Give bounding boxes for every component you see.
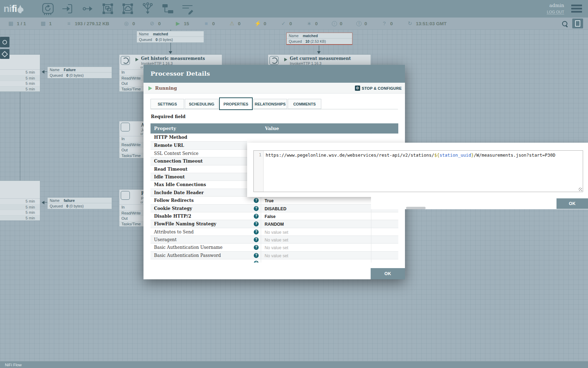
horizontal-scrollbar[interactable]: [406, 207, 426, 209]
property-row-partial[interactable]: ?: [150, 259, 398, 263]
property-value-cell[interactable]: DISABLED: [261, 205, 371, 212]
property-row-basic-authentication-password[interactable]: Basic Authentication Password?No value s…: [150, 251, 398, 259]
template-icon[interactable]: [161, 2, 174, 15]
connection-label-failure-top[interactable]: NameFailure Queued0 (0 bytes): [47, 67, 112, 79]
property-value-cell[interactable]: No value set: [261, 236, 371, 243]
tab-relationships[interactable]: RELATIONSHIPS: [253, 99, 287, 109]
status-item-up-to-date: ✓0: [280, 20, 292, 27]
editor-gutter: 1: [254, 151, 264, 192]
connection-line: [20, 92, 20, 180]
processor-card-partial-left-top[interactable]: 5 min5 min5 min5 min: [0, 54, 40, 92]
property-name: Basic Authentication Username: [154, 244, 223, 251]
property-value-cell[interactable]: No value set: [261, 228, 371, 236]
property-name: Basic Authentication Password: [154, 252, 221, 259]
property-value: RANDOM: [265, 222, 284, 227]
property-value-cell[interactable]: False: [261, 212, 371, 220]
property-name: Idle Timeout: [154, 173, 185, 181]
processor-class: or: [140, 200, 143, 204]
property-row-cookie-strategy[interactable]: Cookie Strategy?DISABLED: [150, 204, 398, 212]
app-header: nifi admin LOG OUT: [0, 0, 588, 18]
value-editor[interactable]: 1 https://www.pegelonline.wsv.de/webserv…: [253, 150, 583, 192]
stop-and-configure-button[interactable]: ⚙ STOP & CONFIGURE: [355, 83, 402, 94]
tab-properties[interactable]: PROPERTIES: [219, 97, 253, 110]
help-icon[interactable]: ?: [254, 230, 259, 234]
resize-handle[interactable]: [579, 188, 582, 191]
help-icon[interactable]: ?: [254, 198, 259, 203]
breadcrumb[interactable]: NiFi Flow: [0, 361, 588, 368]
output-port-icon[interactable]: [81, 2, 94, 15]
connection-label-matched-10[interactable]: Namematched Queued10 (2.53 KB): [286, 33, 352, 45]
dialog-header: Processor Details: [144, 65, 405, 83]
tab-scheduling[interactable]: SCHEDULING: [185, 99, 218, 109]
process-group-icon[interactable]: [101, 2, 114, 15]
status-item-refresh[interactable]: ↻13:51:03 GMT: [407, 20, 447, 27]
threads-icon: ▦: [8, 20, 14, 27]
processor-stat-row: 5 min: [0, 204, 40, 210]
processor-stat-row: 5 min: [0, 75, 40, 81]
help-icon[interactable]: ?: [254, 237, 259, 242]
processor-class: or: [140, 132, 143, 136]
running-icon: ▶: [175, 20, 181, 27]
help-icon[interactable]: ?: [254, 222, 259, 226]
property-value-cell[interactable]: RANDOM: [261, 220, 371, 227]
status-item-invalid: ⚠0: [229, 20, 241, 27]
dialog-tabs: SETTINGSSCHEDULINGPROPERTIESRELATIONSHIP…: [150, 99, 322, 110]
status-value: 0: [289, 21, 292, 26]
property-value-cell[interactable]: True: [261, 197, 371, 204]
help-icon[interactable]: ?: [254, 214, 259, 219]
connection-label-matched-0[interactable]: Namematched Queued0 (0 bytes): [136, 31, 204, 43]
property-value-cell[interactable]: No value set: [261, 252, 371, 259]
property-row-disable-http-2[interactable]: Disable HTTP/2?False: [150, 212, 398, 220]
funnel-icon[interactable]: [141, 2, 154, 15]
dialog-status-row: Running ⚙ STOP & CONFIGURE: [144, 83, 405, 94]
help-icon[interactable]: ?: [254, 261, 259, 263]
logout-link[interactable]: LOG OUT: [547, 10, 564, 14]
processor-type: P: [141, 196, 144, 200]
tab-comments[interactable]: COMMENTS: [288, 99, 321, 109]
property-row-attributes-to-send[interactable]: Attributes to Send?No value set: [150, 228, 398, 236]
connection-label-failure-bottom[interactable]: Namefailure Queued0 (0 bytes): [47, 197, 112, 209]
status-value: 0: [238, 21, 241, 26]
global-menu-button[interactable]: [571, 5, 582, 14]
input-port-icon[interactable]: [61, 2, 75, 15]
dialog-ok-button[interactable]: OK: [371, 268, 405, 279]
property-value-cell[interactable]: [261, 259, 371, 263]
cluster-icon: ▩: [40, 20, 46, 27]
nifi-droplet-icon: [18, 7, 23, 13]
status-item-running: ▶15: [175, 20, 189, 27]
breadcrumb-root[interactable]: NiFi Flow: [5, 362, 22, 368]
label-icon[interactable]: [181, 2, 194, 15]
property-row-follow-redirects[interactable]: Follow Redirects?True: [150, 196, 398, 204]
remote-process-group-icon[interactable]: [121, 2, 134, 15]
property-name: FlowFile Naming Strategy: [154, 220, 216, 228]
nifi-logo: nifi: [4, 2, 23, 15]
status-value: 0: [264, 21, 266, 26]
status-value: 0: [158, 21, 161, 26]
sidebar-toggle-button[interactable]: [572, 19, 583, 28]
processor-title: Get current measurement: [290, 56, 351, 61]
tab-settings[interactable]: SETTINGS: [150, 99, 184, 109]
value-editor-ok-button[interactable]: OK: [556, 198, 588, 209]
search-icon[interactable]: [562, 21, 567, 26]
connection-arrow-icon: [42, 201, 44, 204]
property-row-basic-authentication-username[interactable]: Basic Authentication Username?No value s…: [150, 243, 398, 251]
processor-type-icon: [121, 123, 130, 131]
connection-arrow-icon: [42, 70, 44, 74]
property-value-cell[interactable]: No value set: [261, 244, 371, 251]
processor-card-partial-left-bottom[interactable]: 5 min5 min5 min5 min: [0, 180, 40, 221]
property-row-flowfile-naming-strategy[interactable]: FlowFile Naming Strategy?RANDOM: [150, 220, 398, 227]
component-toolbar: [41, 2, 194, 15]
status-items: ▦1 / 1▩1≡193 / 279.12 KB◎0⊘0▶15■0⚠0⚡0✓0∗…: [8, 18, 447, 29]
property-name: Disable HTTP/2: [154, 212, 191, 220]
help-icon[interactable]: ?: [254, 245, 259, 250]
invokehttp-icon: [122, 57, 129, 64]
status-value: 193 / 279.12 KB: [75, 21, 109, 26]
property-name: Connection Timeout: [154, 157, 203, 165]
status-item-locally-modified-stale: !0: [356, 21, 367, 26]
processor-icon[interactable]: [41, 2, 55, 15]
help-icon[interactable]: ?: [254, 253, 259, 258]
help-icon[interactable]: ?: [254, 206, 259, 211]
run-status-text: Running: [155, 83, 177, 94]
property-row-useragent[interactable]: Useragent?No value set: [150, 236, 398, 243]
remote-url-value[interactable]: https://www.pegelonline.wsv.de/webservic…: [266, 152, 555, 158]
